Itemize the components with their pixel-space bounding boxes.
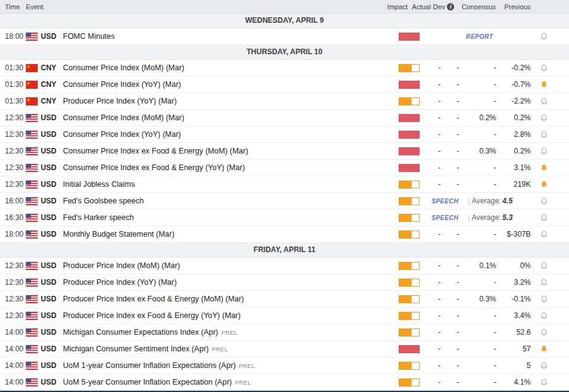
calendar-header: Time Event Impact Actual Dev i Consensus… <box>0 0 569 14</box>
previous-value: 57 <box>496 345 531 353</box>
us-flag-icon <box>26 114 41 122</box>
event-row[interactable]: 12:30 USDProducer Price Index ex Food & … <box>0 291 569 308</box>
currency-label: USD <box>41 278 63 287</box>
event-title: Producer Price Index ex Food & Energy (M… <box>63 295 394 303</box>
us-flag-icon <box>26 181 41 189</box>
event-row[interactable]: 18:00 USDFOMC MinutesREPORT <box>0 28 569 45</box>
impact-medium-indicator <box>399 295 420 303</box>
previous-value: -0.1% <box>496 295 531 303</box>
col-header-impact: Impact <box>383 3 412 10</box>
deviation-value: - <box>444 378 463 386</box>
bell-icon[interactable] <box>531 295 557 304</box>
event-time: 12:30 <box>5 278 26 287</box>
event-row[interactable]: 01:30 CNYProducer Price Index (YoY) (Mar… <box>0 93 569 110</box>
speech-link[interactable]: SPEECH <box>423 214 463 221</box>
prel-badge: PREL <box>212 346 228 353</box>
event-time: 16:00 <box>5 197 26 205</box>
event-title: Producer Price Index (YoY) (Mar) <box>63 278 394 287</box>
event-row[interactable]: 12:30 USDProducer Price Index (MoM) (Mar… <box>0 258 569 274</box>
consensus-value: - <box>463 130 496 139</box>
actual-value: - <box>423 278 444 287</box>
event-row[interactable]: 12:30 USDConsumer Price Index ex Food & … <box>0 160 569 176</box>
event-time: 12:30 <box>5 113 26 122</box>
us-flag-icon <box>26 131 41 139</box>
bell-icon[interactable] <box>531 32 557 41</box>
date-header: FRIDAY, APRIL 11 <box>0 243 569 258</box>
info-icon[interactable]: i <box>447 3 454 10</box>
bell-icon[interactable] <box>531 378 557 387</box>
event-row[interactable]: 12:30 USDProducer Price Index ex Food & … <box>0 308 569 324</box>
event-time: 12:30 <box>5 311 26 320</box>
event-row[interactable]: 16:30 USDFed's Harker speechSPEECH|Avera… <box>0 210 569 226</box>
bell-icon[interactable] <box>531 261 557 271</box>
event-row[interactable]: 14:00 USDMichigan Consumer Expectations … <box>0 324 569 341</box>
impact-cell <box>394 262 423 270</box>
prel-badge: PREL <box>235 379 251 386</box>
currency-label: CNY <box>41 97 63 105</box>
event-title: UoM 1-year Consumer Inflation Expectatio… <box>63 361 394 370</box>
date-header: WEDNESDAY, APRIL 9 <box>0 14 569 28</box>
bell-icon[interactable] <box>531 163 557 173</box>
event-title: Fed's Goolsbee speech <box>63 197 394 205</box>
event-row[interactable]: 16:00 USDFed's Goolsbee speechSPEECH|Ave… <box>0 193 569 210</box>
event-time: 14:00 <box>5 345 26 353</box>
bell-icon[interactable] <box>531 197 557 206</box>
bell-icon[interactable] <box>531 213 557 223</box>
currency-label: USD <box>41 261 63 270</box>
event-row[interactable]: 01:30 CNYConsumer Price Index (YoY) (Mar… <box>0 76 569 93</box>
date-header: THURSDAY, APRIL 10 <box>0 45 569 60</box>
us-flag-icon <box>26 279 41 287</box>
bell-icon[interactable] <box>531 230 557 239</box>
col-header-dev-label: Dev <box>433 3 446 10</box>
event-time: 16:30 <box>5 213 26 222</box>
impact-medium-indicator <box>399 378 420 386</box>
consensus-value: - <box>463 345 496 353</box>
actual-value: - <box>423 345 444 353</box>
impact-high-indicator <box>399 164 420 172</box>
actual-value: - <box>423 130 444 139</box>
impact-medium-indicator <box>399 214 420 222</box>
actual-value: - <box>423 80 444 89</box>
us-flag-icon <box>26 312 41 320</box>
bell-icon[interactable] <box>531 147 557 156</box>
bell-icon[interactable] <box>531 180 557 189</box>
bell-icon[interactable] <box>531 97 557 106</box>
prel-badge: PREL <box>239 362 255 369</box>
bell-icon[interactable] <box>531 328 557 337</box>
event-row[interactable]: 12:30 USDConsumer Price Index ex Food & … <box>0 143 569 160</box>
impact-medium-indicator <box>399 279 420 287</box>
us-flag-icon <box>26 214 41 222</box>
consensus-value: - <box>463 311 496 320</box>
bell-icon[interactable] <box>531 130 557 139</box>
event-row[interactable]: 14:00 USDMichigan Consumer Sentiment Ind… <box>0 341 569 357</box>
bell-icon[interactable] <box>531 361 557 370</box>
previous-value: 4.1% <box>496 378 531 386</box>
event-row[interactable]: 12:30 USDInitial Jobless Claims---219K <box>0 176 569 193</box>
bell-icon[interactable] <box>531 63 557 73</box>
speech-link[interactable]: SPEECH <box>423 198 463 205</box>
col-header-dev: Dev i <box>433 3 455 10</box>
currency-label: CNY <box>41 63 63 72</box>
currency-label: USD <box>41 230 63 239</box>
currency-label: USD <box>41 213 63 222</box>
event-title: Consumer Price Index (YoY) (Mar) <box>63 80 394 89</box>
bell-icon[interactable] <box>531 80 557 89</box>
event-row[interactable]: 18:00 USDMonthly Budget Statement (Mar)-… <box>0 226 569 243</box>
event-row[interactable]: 12:30 USDConsumer Price Index (MoM) (Mar… <box>0 110 569 126</box>
deviation-value: - <box>444 230 463 239</box>
event-row[interactable]: 12:30 USDConsumer Price Index (YoY) (Mar… <box>0 126 569 143</box>
bell-icon[interactable] <box>531 113 557 123</box>
event-time: 14:00 <box>5 378 26 386</box>
event-title: Consumer Price Index (YoY) (Mar) <box>63 130 394 139</box>
event-row[interactable]: 01:30 CNYConsumer Price Index (MoM) (Mar… <box>0 60 569 76</box>
event-time: 01:30 <box>5 97 26 105</box>
event-row[interactable]: 14:00 USDUoM 1-year Consumer Inflation E… <box>0 357 569 374</box>
bell-icon[interactable] <box>531 278 557 287</box>
bell-icon[interactable] <box>531 311 557 321</box>
event-row[interactable]: 12:30 USDProducer Price Index (YoY) (Mar… <box>0 274 569 291</box>
bell-icon[interactable] <box>531 345 557 354</box>
event-row[interactable]: 14:00 USDUoM 5-year Consumer Inflation E… <box>0 374 569 391</box>
currency-label: USD <box>41 113 63 122</box>
currency-label: USD <box>41 163 63 172</box>
report-link[interactable]: REPORT <box>466 33 493 40</box>
